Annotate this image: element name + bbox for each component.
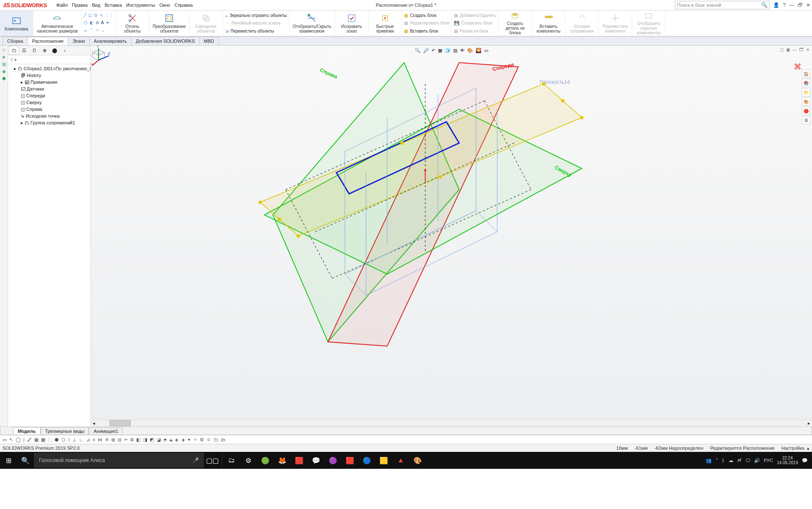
menu-view[interactable]: Вид [92, 3, 100, 8]
bt-icon[interactable]: ◧ [136, 437, 140, 443]
icon-feature[interactable]: ◉ [2, 69, 6, 74]
bt-icon[interactable]: ▩ [41, 437, 45, 443]
quick-snaps-button[interactable]: Быстрые привязки [369, 11, 402, 36]
tb-app-icon[interactable]: 🟨 [375, 452, 392, 469]
create-block-button[interactable]: ▦Создать блок [404, 13, 449, 18]
fm-tab-dimxpert[interactable]: ⊕ [39, 46, 50, 55]
search-icon[interactable]: 🔍 [17, 452, 34, 469]
tab-3dviews[interactable]: Трехмерные виды [41, 427, 89, 435]
bt-lasso-icon[interactable]: ◯ [16, 437, 21, 443]
tab-layout[interactable]: Расположение [28, 37, 69, 45]
tb-paint-icon[interactable]: 🎨 [409, 452, 426, 469]
fm-tab-property[interactable]: ☰ [19, 46, 29, 55]
tray-notifications-icon[interactable]: 💬 [802, 458, 808, 463]
fm-tab-more[interactable]: › [60, 46, 70, 55]
tray-bluetooth-icon[interactable]: ᛒ [722, 458, 725, 463]
tb-viber-icon[interactable]: 🟣 [325, 452, 341, 469]
make-part-button[interactable]: Создать деталь из блока [498, 11, 532, 36]
smart-dimension-button[interactable]: Автоматическое нанесение размеров [33, 11, 82, 36]
tray-people-icon[interactable]: 👥 [706, 458, 712, 463]
layout-button[interactable]: Компоновка [0, 11, 33, 36]
bt-icon[interactable]: ⬗ [181, 437, 184, 443]
trim-button[interactable]: Отсечь объекты [116, 11, 149, 36]
bt-icon[interactable]: ◨ [143, 437, 147, 443]
bt-icon[interactable]: 🗁 [221, 437, 226, 442]
status-custom[interactable]: Настройка [782, 446, 804, 451]
bt-icon[interactable]: ※ [105, 437, 109, 443]
bt-icon[interactable]: 🖉 [27, 437, 32, 442]
tb-gimp-icon[interactable]: 🦊 [274, 452, 291, 469]
tb-whatsapp-icon[interactable]: 💬 [308, 452, 325, 469]
restore-icon[interactable]: 🗗 [798, 2, 803, 8]
convert-button[interactable]: Преобразование объектов [149, 11, 190, 36]
menu-tools[interactable]: Инструменты [126, 3, 155, 8]
taskbar-search[interactable]: Голосовой помощник Алиса🎤 [34, 453, 204, 468]
bt-icon[interactable]: ⬙ [169, 437, 173, 443]
mirror-button[interactable]: ⟁Зеркально отразить объекты [225, 13, 287, 18]
graphics-viewport[interactable]: ▢ ▣ — 🗖 ✕ 🔍 🔎 ↶ ▦ 🧊 ▨ 👁 🎨 🌄 ▭ ✖ 🏠 📚 📁 🎨 … [91, 46, 812, 426]
tree-origin[interactable]: ↳ Исходная точка [8, 113, 91, 119]
fm-tab-config[interactable]: 🗋 [29, 46, 39, 55]
bt-icon[interactable]: ⧉ [130, 437, 134, 443]
menu-file[interactable]: Файл [56, 3, 68, 8]
tab-evaluate[interactable]: Анализировать [89, 37, 132, 45]
search-input[interactable]: Поиск в базе знаний 🔍 [675, 1, 770, 9]
horizontal-scrollbar[interactable]: ◂▸ [91, 419, 812, 426]
bt-icon[interactable]: ◪ [157, 437, 161, 443]
icon-dimxpert[interactable]: ⬢ [2, 76, 6, 81]
tray-lang[interactable]: РУС [764, 458, 773, 463]
tray-monitor-icon[interactable]: 🖵 [746, 458, 750, 463]
move-entities-button[interactable]: ⇲Переместить объекты [225, 29, 287, 33]
bt-icon[interactable]: ⊿ [86, 437, 90, 443]
bt-icon[interactable]: ⬖ [175, 437, 179, 443]
tab-model[interactable]: Модель [13, 427, 41, 435]
bt-icon[interactable]: ✧ [193, 437, 197, 443]
bt-icon[interactable]: ⛭ [206, 437, 211, 442]
bt-icon[interactable]: ⬚ [48, 437, 52, 443]
bt-icon[interactable]: ⬘ [163, 437, 167, 443]
tray-up-icon[interactable]: ˄ [716, 458, 718, 463]
bt-icon[interactable]: ⬢ [55, 437, 59, 443]
tb-vlc-icon[interactable]: 🔺 [392, 452, 409, 469]
tree-root[interactable]: ▸ 🗀 Сборка1 (001<По умолчанию_Сос [8, 65, 91, 72]
menu-help[interactable]: Справка [174, 3, 193, 8]
user-icon[interactable]: 👤 [773, 2, 779, 8]
tray-volume-icon[interactable]: 🔊 [754, 458, 760, 463]
tree-plane-front[interactable]: ◫ Спереди [8, 92, 91, 99]
tb-solidworks-icon[interactable]: 🟥 [341, 452, 358, 469]
bt-icon[interactable]: ✂ [124, 437, 128, 443]
icon-part[interactable]: ◈ [2, 55, 6, 59]
task-view-icon[interactable]: ▢▢ [204, 452, 221, 469]
tb-explorer-icon[interactable]: 🗂 [223, 452, 240, 469]
icon-drawing[interactable]: ▤ [2, 62, 6, 66]
icon-assembly[interactable]: ◇ [2, 47, 6, 52]
bt-cursor-icon[interactable]: ↖ [9, 437, 13, 443]
bt-icon[interactable]: ⬡ [61, 437, 66, 443]
bt-icon[interactable]: ∟ [79, 437, 84, 442]
bt-icon[interactable]: ✦ [187, 437, 191, 443]
tab-sketch[interactable]: Эскиз [68, 37, 89, 45]
bt-icon[interactable]: ⚙ [200, 437, 204, 443]
tree-annotations[interactable]: ▸ 🗟 Примечания [8, 79, 91, 85]
tray-battery-icon[interactable]: 🗲 [737, 458, 742, 463]
bt-icon[interactable]: ⊥ [72, 437, 77, 443]
fm-tab-tree[interactable]: 🗀 [9, 46, 19, 55]
tray-clock[interactable]: 22:2414.06.2019 [777, 456, 798, 465]
fm-filter[interactable]: ▽ ▾ [8, 55, 91, 64]
tree-sensors[interactable]: 🗠 Датчики [8, 85, 91, 92]
bt-icon[interactable]: ⊟ [118, 437, 121, 443]
bt-icon[interactable]: ▦ [34, 437, 39, 443]
close-icon[interactable]: ✕ [806, 2, 810, 8]
insert-components-button[interactable]: Вставить компоненты [532, 11, 565, 36]
bt-icon[interactable]: ⋈ [98, 437, 102, 443]
tab-mbd[interactable]: MBD [199, 37, 219, 45]
menu-window[interactable]: Окно [160, 3, 171, 8]
bt-icon[interactable]: ⟟ [68, 437, 70, 443]
menu-insert[interactable]: Вставка [105, 3, 122, 8]
menu-edit[interactable]: Правка [72, 3, 88, 8]
tb-chrome-icon[interactable]: 🟢 [257, 452, 274, 469]
tree-plane-right[interactable]: ◫ Справа [8, 106, 91, 113]
tree-mategroup[interactable]: ▸ 🗀 Группа сопряжений1 [8, 119, 91, 126]
bt-icon[interactable]: ≡ [93, 437, 95, 442]
tab-animation[interactable]: Анимация1 [89, 427, 123, 435]
